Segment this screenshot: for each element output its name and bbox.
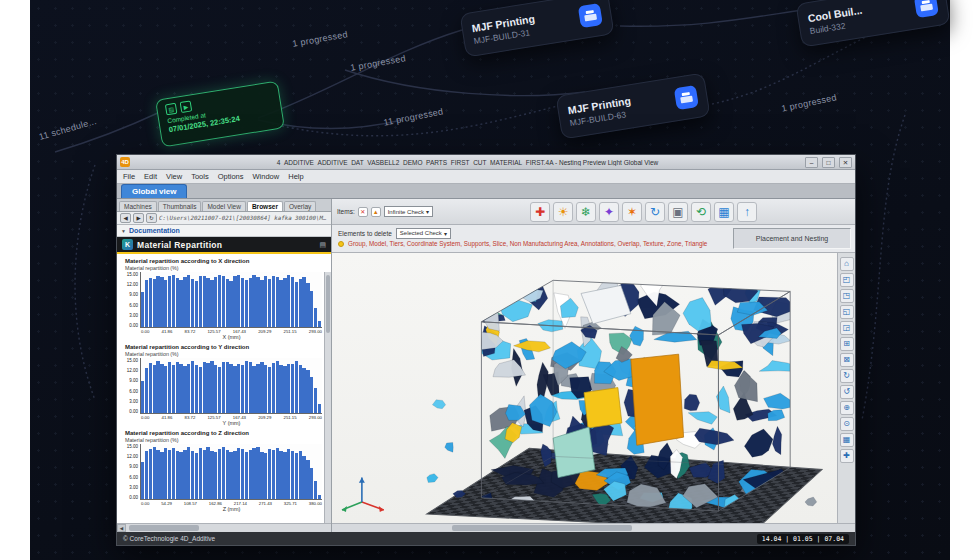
close-button[interactable]: ✕ — [839, 157, 852, 168]
histogram-bar — [210, 451, 213, 499]
view-right-icon[interactable]: ◲ — [840, 321, 854, 335]
delete-item-icon[interactable]: ✕ — [358, 207, 368, 217]
maximize-button[interactable]: □ — [822, 157, 835, 168]
histogram-bar — [160, 277, 163, 327]
report-expand-icon[interactable]: ▤ — [319, 241, 326, 249]
warning-item-icon[interactable]: ▲ — [371, 207, 381, 217]
histogram-bar — [153, 279, 156, 327]
view-home-icon[interactable]: ⌂ — [840, 257, 854, 271]
items-dropdown[interactable]: Infinite Check ▾ — [384, 206, 433, 217]
menu-view[interactable]: View — [166, 172, 182, 181]
first-aid-icon[interactable]: ✚ — [530, 202, 550, 222]
back-button[interactable]: ◀ — [120, 213, 131, 223]
elements-dropdown[interactable]: Selected Check ▾ — [396, 228, 451, 239]
histogram-bar — [206, 447, 209, 499]
histogram-bar — [229, 364, 232, 413]
report-title: Material Repartition — [137, 240, 315, 250]
scroll-left-icon[interactable]: ◀ — [117, 524, 126, 532]
histogram-bar — [252, 275, 255, 327]
histogram-bar — [291, 364, 294, 413]
histogram-bar — [310, 291, 313, 327]
histogram-bar — [222, 362, 225, 413]
scrollbar-thumb[interactable] — [326, 275, 330, 333]
menu-help[interactable]: Help — [288, 172, 303, 181]
histogram-bar — [183, 450, 186, 500]
menu-options[interactable]: Options — [218, 172, 244, 181]
shade-mode-icon[interactable]: ▦ — [840, 433, 854, 447]
menu-edit[interactable]: Edit — [144, 172, 157, 181]
histogram-bar — [287, 364, 290, 414]
measure-icon[interactable]: ✚ — [840, 449, 854, 463]
histogram-bar — [276, 361, 279, 413]
package-icon[interactable]: ▣ — [668, 202, 688, 222]
snowflake-icon[interactable]: ❄ — [576, 202, 596, 222]
histogram-bar — [149, 449, 152, 499]
histogram-bar — [226, 450, 229, 499]
histogram-bar — [306, 370, 309, 413]
histogram-bar — [256, 447, 259, 499]
window-titlebar[interactable]: 4D 4_ADDITIVE_ADDITIVE_DAT_VASBELL2_DEMO… — [117, 155, 855, 170]
menu-window[interactable]: Window — [253, 172, 280, 181]
histogram-bar — [264, 453, 267, 499]
document-icon: ▤ — [165, 103, 178, 116]
histogram-bar — [237, 448, 240, 499]
material-chart-x: Material repartition according to X dire… — [121, 258, 322, 340]
histogram-bar — [252, 448, 255, 499]
histogram-bar — [206, 363, 209, 413]
histogram-bar — [306, 283, 309, 327]
scrollbar-thumb[interactable] — [129, 525, 199, 531]
tab-overlay[interactable]: Overlay — [284, 201, 316, 211]
histogram-bar — [164, 280, 167, 327]
panel-vertical-scrollbar[interactable] — [324, 272, 331, 523]
rotate-icon[interactable]: ↻ — [645, 202, 665, 222]
scrollbar-thumb[interactable] — [452, 525, 632, 531]
panel-horizontal-scrollbar[interactable]: ◀ — [117, 523, 331, 532]
histogram-bar — [233, 451, 236, 499]
report-header: K Material Repartition ▤ — [117, 237, 331, 254]
upload-icon[interactable]: ↑ — [737, 202, 757, 222]
minimize-button[interactable]: – — [805, 157, 818, 168]
histogram-bar — [172, 365, 175, 413]
menu-file[interactable]: File — [123, 172, 135, 181]
placement-and-nesting-panel[interactable]: Placement and Nesting — [733, 228, 851, 249]
view-front-icon[interactable]: ⊞ — [840, 337, 854, 351]
histogram-bar — [176, 362, 179, 413]
histogram-bar — [272, 363, 275, 413]
documentation-row[interactable]: ▼ Documentation — [117, 225, 331, 237]
forward-button[interactable]: ▶ — [133, 213, 144, 223]
refresh-button[interactable]: ↻ — [146, 213, 157, 223]
rotate-cw-icon[interactable]: ↻ — [840, 369, 854, 383]
star-purple-icon[interactable]: ✦ — [599, 202, 619, 222]
histogram-bar — [287, 275, 290, 327]
tab-model-view[interactable]: Model View — [202, 201, 245, 211]
tab-global-view[interactable]: Global view — [121, 184, 187, 198]
star-orange-icon[interactable]: ✶ — [622, 202, 642, 222]
view-bottom-icon[interactable]: ◳ — [840, 289, 854, 303]
rotate-ccw-icon[interactable]: ↺ — [840, 385, 854, 399]
3d-viewport-canvas[interactable] — [332, 253, 837, 523]
menu-tools[interactable]: Tools — [191, 172, 209, 181]
histogram-bar — [241, 449, 244, 499]
histogram-bar — [306, 460, 309, 499]
view-left-icon[interactable]: ◱ — [840, 305, 854, 319]
view-top-icon[interactable]: ◰ — [840, 273, 854, 287]
zoom-fit-icon[interactable]: ⊕ — [840, 401, 854, 415]
center-view-icon[interactable]: ⊙ — [840, 417, 854, 431]
tab-thumbnails[interactable]: Thumbnails — [158, 201, 202, 211]
histogram-bar — [245, 361, 248, 413]
sun-icon[interactable]: ☀ — [553, 202, 573, 222]
grid-icon[interactable]: ▦ — [714, 202, 734, 222]
histogram-bar — [260, 452, 263, 499]
histogram-bar — [164, 448, 167, 499]
x-tick: 125.57 — [207, 329, 220, 334]
tab-browser[interactable]: Browser — [247, 201, 283, 211]
histogram-bar — [237, 364, 240, 414]
histogram-bar — [195, 453, 198, 499]
histogram-bar — [172, 275, 175, 327]
view-back-icon[interactable]: ⊠ — [840, 353, 854, 367]
histogram-bar — [222, 276, 225, 327]
tab-machines[interactable]: Machines — [119, 201, 157, 211]
recycle-icon[interactable]: ⟲ — [691, 202, 711, 222]
histogram-bar — [179, 452, 182, 499]
viewport-horizontal-scrollbar[interactable] — [332, 523, 855, 532]
